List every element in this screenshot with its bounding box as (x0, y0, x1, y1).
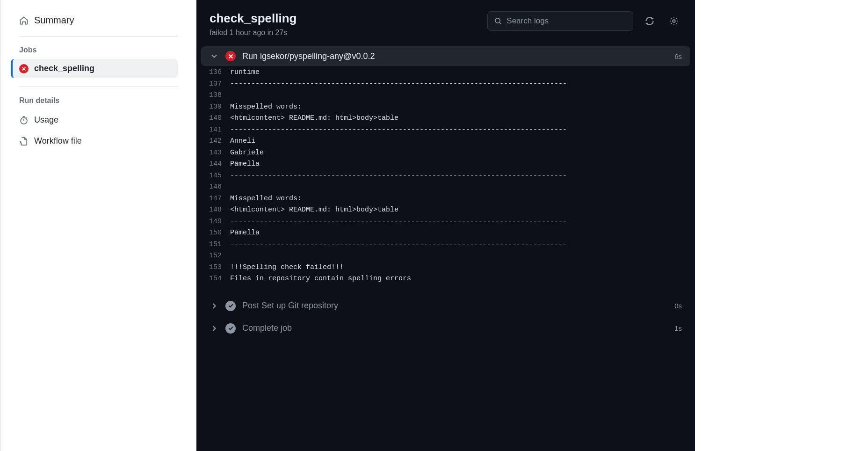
log-line: 141-------------------------------------… (196, 124, 695, 136)
step-title: Complete job (242, 323, 668, 333)
usage-link[interactable]: Usage (19, 109, 178, 131)
search-input[interactable] (506, 16, 626, 26)
header-left: check_spelling failed 1 hour ago in 27s (210, 11, 297, 37)
divider (19, 36, 178, 36)
log-line: 149-------------------------------------… (196, 216, 695, 228)
log-line: 152 (196, 250, 695, 262)
log-line: 142Anneli (196, 136, 695, 147)
log-line: 144Pämella (196, 159, 695, 170)
step-title: Run igsekor/pyspelling-any@v0.0.2 (242, 51, 668, 61)
stopwatch-icon (19, 116, 29, 125)
log-line: 147Misspelled words: (196, 193, 695, 205)
log-line: 145-------------------------------------… (196, 170, 695, 182)
refresh-icon (644, 16, 655, 26)
step-duration: 1s (674, 324, 682, 332)
log-output[interactable]: 136runtime137---------------------------… (196, 66, 695, 293)
log-line: 143Gabriele (196, 147, 695, 159)
sidebar: Summary Jobs check_spelling Run details … (0, 0, 196, 451)
log-line: 151-------------------------------------… (196, 239, 695, 251)
summary-label: Summary (34, 15, 74, 26)
log-line: 150Pämella (196, 227, 695, 239)
job-header: check_spelling failed 1 hour ago in 27s (196, 0, 695, 46)
summary-link[interactable]: Summary (19, 9, 178, 31)
log-line: 139Misspelled words: (196, 102, 695, 113)
log-line: 140<htmlcontent> README.md: html>body>ta… (196, 113, 695, 124)
step-post-setup[interactable]: Post Set up Git repository 0s (201, 296, 690, 316)
jobs-heading: Jobs (19, 41, 178, 59)
log-line: 136runtime (196, 67, 695, 79)
search-icon (494, 17, 502, 25)
run-details-heading: Run details (19, 92, 178, 109)
workflow-file-label: Workflow file (34, 136, 82, 146)
usage-label: Usage (34, 115, 58, 125)
svg-point-1 (495, 18, 500, 23)
log-line: 138 (196, 90, 695, 102)
workflow-file-link[interactable]: Workflow file (19, 131, 178, 152)
rerun-button[interactable] (642, 13, 658, 29)
home-icon (19, 16, 29, 25)
log-line: 146 (196, 182, 695, 193)
svg-point-2 (673, 20, 675, 22)
header-right (487, 11, 682, 31)
job-subtitle: failed 1 hour ago in 27s (210, 29, 297, 37)
step-complete-job[interactable]: Complete job 1s (201, 319, 690, 338)
log-line: 153!!!Spelling check failed!!! (196, 262, 695, 274)
chevron-right-icon (210, 301, 219, 311)
fail-icon (19, 64, 29, 73)
check-icon (225, 301, 236, 311)
workflow-file-icon (19, 137, 29, 146)
settings-button[interactable] (666, 13, 682, 29)
step-duration: 0s (674, 302, 682, 310)
fail-icon (225, 51, 236, 61)
log-line: 148<htmlcontent> README.md: html>body>ta… (196, 204, 695, 216)
check-icon (225, 323, 236, 334)
main-panel: check_spelling failed 1 hour ago in 27s … (196, 0, 695, 451)
chevron-right-icon (210, 324, 219, 333)
step-duration: 6s (674, 52, 682, 60)
search-box[interactable] (487, 11, 633, 31)
gear-icon (669, 16, 679, 26)
step-run-pyspelling[interactable]: Run igsekor/pyspelling-any@v0.0.2 6s (201, 46, 690, 66)
log-line: 137-------------------------------------… (196, 79, 695, 90)
log-line: 154Files in repository contain spelling … (196, 273, 695, 285)
chevron-down-icon (210, 51, 219, 61)
divider (19, 87, 178, 87)
step-title: Post Set up Git repository (242, 301, 668, 311)
job-title: check_spelling (210, 11, 297, 26)
sidebar-job-label: check_spelling (34, 64, 94, 73)
sidebar-job-check-spelling[interactable]: check_spelling (11, 59, 178, 78)
